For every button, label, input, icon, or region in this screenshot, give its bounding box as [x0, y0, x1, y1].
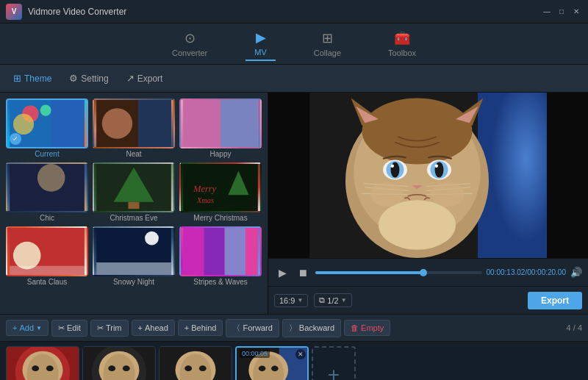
ratio-label: 16:9: [279, 296, 295, 305]
svg-point-74: [199, 365, 207, 371]
progress-thumb: [420, 269, 427, 276]
forward-button[interactable]: 〈 Forward: [226, 319, 279, 337]
collage-label: Collage: [314, 49, 341, 57]
svg-point-43: [391, 165, 395, 168]
svg-point-79: [259, 366, 266, 372]
stop-button[interactable]: ⏹: [295, 265, 311, 281]
behind-button[interactable]: + Behind: [178, 320, 223, 336]
split-button[interactable]: ⧉ 1/2 ▼: [314, 293, 351, 307]
add-icon: +: [12, 323, 17, 332]
svg-point-80: [271, 366, 279, 372]
svg-point-24: [145, 232, 159, 245]
left-panel: ✓CurrentNeatHappyChicChristmas EveMerryX…: [0, 93, 268, 314]
film-clip-3[interactable]: ▶ ✂ ⏱: [159, 346, 232, 380]
edit-button[interactable]: ✂ Edit: [51, 320, 87, 337]
time-display: 00:00:13.02/00:00:20.00: [487, 268, 566, 276]
maximize-button[interactable]: □: [556, 6, 567, 18]
video-controls: ▶ ⏹ 00:00:13.02/00:00:20.00 🔊: [268, 258, 588, 286]
theme-label-current: Current: [35, 150, 59, 158]
backward-label: Backward: [299, 323, 334, 332]
nav-converter[interactable]: ⊙ Converter: [163, 27, 216, 60]
theme-thumb-merry-christmas: MerryXmas: [179, 162, 262, 212]
add-label: Add: [19, 323, 34, 332]
svg-point-69: [123, 365, 130, 371]
cat-preview: [268, 93, 588, 258]
mv-label: MV: [254, 48, 267, 57]
svg-point-47: [435, 165, 439, 168]
nav-mv[interactable]: ▶ MV: [245, 26, 276, 61]
theme-label-chic: Chic: [40, 214, 54, 222]
svg-text:Xmas: Xmas: [196, 196, 214, 204]
tab-theme[interactable]: ⊞ Theme: [6, 70, 59, 87]
minimize-button[interactable]: —: [541, 6, 553, 18]
edit-icon: ✂: [58, 323, 65, 333]
filmstrip: ▶ ✂ ⏱ ▶ ✂ ⏱: [0, 342, 588, 380]
svg-rect-10: [220, 100, 258, 147]
ratio-arrow-icon: ▼: [297, 297, 303, 304]
add-arrow-icon: ▼: [36, 325, 42, 331]
bottom-toolbar: + Add ▼ ✂ Edit ✂ Trim + Ahead + Behind 〈…: [0, 314, 588, 342]
tab-export[interactable]: ↗ Export: [119, 70, 171, 87]
theme-item-stripes-waves[interactable]: Stripes & Waves: [179, 226, 262, 286]
right-panel: ▶ ⏹ 00:00:13.02/00:00:20.00 🔊 16:9 ▼ ⧉ 1…: [268, 93, 588, 314]
ahead-button[interactable]: + Ahead: [132, 320, 175, 336]
volume-icon[interactable]: 🔊: [570, 267, 582, 278]
forward-icon: 〈: [232, 323, 240, 334]
collage-icon: ⊞: [322, 30, 333, 46]
theme-item-snowy-night[interactable]: Snowy Night: [93, 226, 175, 286]
clip4-time: 00:00:05: [240, 349, 270, 358]
svg-point-55: [379, 200, 456, 250]
theme-grid: ✓CurrentNeatHappyChicChristmas EveMerryX…: [0, 93, 268, 314]
svg-point-62: [32, 365, 39, 371]
svg-point-68: [108, 365, 115, 371]
page-count: 4 / 4: [567, 323, 582, 332]
tab-setting[interactable]: ⚙ Setting: [62, 70, 115, 87]
aspect-ratio-button[interactable]: 16:9 ▼: [274, 294, 308, 307]
mv-icon: ▶: [256, 29, 266, 46]
export-tab-label: Export: [137, 74, 163, 84]
theme-tab-icon: ⊞: [13, 73, 21, 84]
svg-rect-25: [96, 262, 171, 275]
trim-button[interactable]: ✂ Trim: [90, 320, 129, 337]
theme-item-christmas-eve[interactable]: Christmas Eve: [93, 162, 175, 222]
export-tab-icon: ↗: [126, 73, 135, 84]
play-button[interactable]: ▶: [274, 265, 290, 281]
clip4-close-button[interactable]: ✕: [295, 349, 306, 359]
theme-thumb-chic: [6, 162, 88, 212]
nav-bar: ⊙ Converter ▶ MV ⊞ Collage 🧰 Toolbox: [0, 24, 588, 65]
svg-rect-22: [10, 266, 85, 275]
film-clip-1[interactable]: ▶ ✂ ⏱: [6, 346, 79, 380]
empty-button[interactable]: 🗑 Empty: [344, 320, 390, 336]
nav-toolbox[interactable]: 🧰 Toolbox: [379, 27, 425, 60]
film-clip-2[interactable]: ▶ ✂ ⏱: [82, 346, 156, 380]
forward-label: Forward: [243, 323, 272, 332]
theme-item-current[interactable]: ✓Current: [6, 98, 88, 158]
progress-bar[interactable]: [315, 271, 482, 274]
add-button[interactable]: + Add ▼: [6, 320, 49, 336]
export-button[interactable]: Export: [528, 292, 582, 309]
nav-collage[interactable]: ⊞ Collage: [305, 27, 350, 60]
theme-item-chic[interactable]: Chic: [6, 162, 88, 222]
film-clip-4[interactable]: 00:00:05 ✕ ▶ ✂ ⏱: [235, 346, 309, 380]
theme-item-neat[interactable]: Neat: [93, 98, 175, 158]
backward-button[interactable]: 〉 Backward: [282, 319, 341, 337]
behind-label: Behind: [191, 323, 216, 332]
theme-item-santa-claus[interactable]: Santa Claus: [6, 226, 88, 286]
app-title: Vidmore Video Converter: [28, 7, 541, 17]
svg-point-63: [46, 365, 54, 371]
svg-rect-29: [225, 228, 245, 275]
svg-point-7: [102, 108, 132, 138]
theme-thumb-christmas-eve: [93, 162, 175, 212]
theme-thumb-santa-claus: [6, 226, 88, 276]
theme-thumb-current: ✓: [6, 98, 88, 148]
sub-tabs: ⊞ Theme ⚙ Setting ↗ Export: [0, 65, 588, 93]
theme-thumb-happy: [179, 98, 262, 148]
close-button[interactable]: ✕: [570, 6, 582, 18]
svg-rect-28: [204, 228, 224, 275]
svg-rect-15: [128, 202, 139, 209]
theme-label-happy: Happy: [210, 150, 232, 158]
add-clip-button[interactable]: +: [312, 346, 356, 380]
theme-item-happy[interactable]: Happy: [179, 98, 262, 158]
theme-thumb-neat: [93, 98, 175, 148]
theme-item-merry-christmas[interactable]: MerryXmasMerry Christmas: [179, 162, 262, 222]
